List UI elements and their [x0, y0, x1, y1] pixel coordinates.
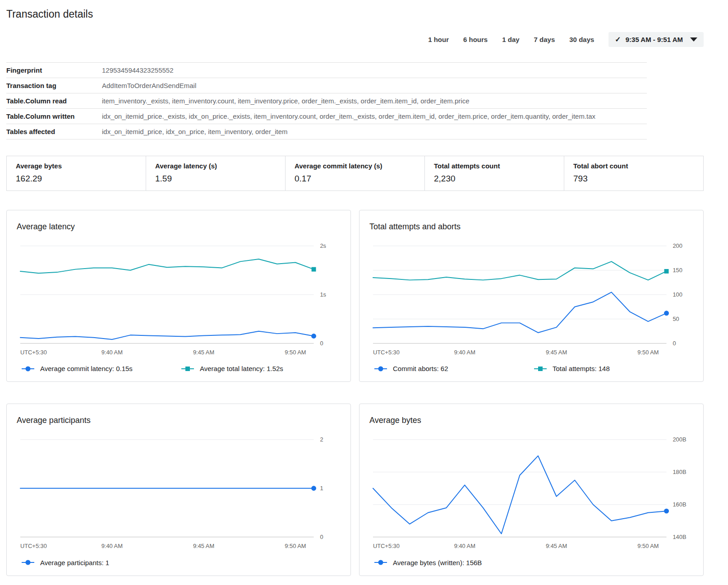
line-circle-marker-icon: [374, 559, 387, 566]
svg-text:0: 0: [320, 534, 323, 541]
legend-label: Average commit latency: 0.15s: [40, 365, 133, 372]
line-square-marker-icon: [534, 366, 547, 372]
stat-label: Average bytes: [16, 162, 137, 170]
svg-text:2: 2: [320, 436, 323, 443]
stat-average-bytes: Average bytes 162.29: [7, 156, 146, 190]
stat-label: Total attempts count: [434, 162, 555, 170]
legend-item-average-commit-latency[interactable]: Average commit latency: 0.15s: [21, 365, 181, 372]
stat-value: 162.29: [16, 174, 137, 184]
details-value: 1295345944323255552: [102, 66, 647, 74]
time-option-6-hours[interactable]: 6 hours: [463, 36, 488, 43]
svg-text:200B: 200B: [673, 436, 686, 443]
details-row-transaction-tag: Transaction tag AddItemToOrderAndSendEma…: [6, 78, 647, 93]
details-value: item_inventory._exists, item_inventory.c…: [102, 97, 647, 105]
stat-label: Average latency (s): [155, 162, 276, 170]
chart-title: Average bytes: [369, 416, 693, 425]
time-range-selector[interactable]: ✓ 9:35 AM - 9:51 AM: [608, 32, 704, 47]
stat-total-attempts-count: Total attempts count 2,230: [424, 156, 564, 190]
transaction-details-page: Transaction details 1 hour 6 hours 1 day…: [0, 0, 728, 585]
svg-text:9:40 AM: 9:40 AM: [101, 543, 123, 550]
line-square-marker-icon: [181, 366, 194, 372]
svg-text:9:50 AM: 9:50 AM: [637, 543, 659, 550]
stat-value: 793: [573, 174, 694, 184]
stat-value: 1.59: [155, 174, 276, 184]
chart-legend: Average bytes (written): 156B: [369, 556, 693, 569]
details-row-fingerprint: Fingerprint 1295345944323255552: [6, 63, 647, 78]
details-label: Fingerprint: [6, 66, 102, 74]
time-option-1-day[interactable]: 1 day: [502, 36, 519, 43]
svg-text:9:50 AM: 9:50 AM: [637, 349, 659, 356]
svg-text:UTC+5:30: UTC+5:30: [20, 349, 47, 356]
svg-text:9:50 AM: 9:50 AM: [285, 349, 306, 356]
total-attempts-aborts-chart: 050100150200UTC+5:309:40 AM9:45 AM9:50 A…: [369, 238, 693, 359]
legend-label: Total attempts: 148: [553, 365, 610, 372]
svg-text:140B: 140B: [673, 534, 686, 541]
details-value: AddItemToOrderAndSendEmail: [102, 82, 647, 89]
svg-text:200: 200: [673, 242, 682, 249]
svg-text:180B: 180B: [673, 469, 686, 476]
transaction-details-table: Fingerprint 1295345944323255552 Transact…: [6, 62, 647, 139]
average-latency-chart: 01s2sUTC+5:309:40 AM9:45 AM9:50 AM: [17, 238, 341, 359]
svg-text:9:50 AM: 9:50 AM: [285, 543, 306, 550]
selected-time-range-label: 9:35 AM - 9:51 AM: [626, 36, 683, 43]
svg-text:9:40 AM: 9:40 AM: [454, 543, 475, 550]
line-circle-marker-icon: [21, 366, 35, 372]
details-label: Transaction tag: [6, 82, 102, 89]
svg-text:9:40 AM: 9:40 AM: [454, 349, 475, 356]
chart-legend: Average participants: 1: [17, 556, 341, 569]
stat-average-latency: Average latency (s) 1.59: [146, 156, 285, 190]
details-row-columns-written: Table.Column written idx_on_itemid_price…: [6, 109, 647, 124]
chart-card-total-attempts-and-aborts: Total attempts and aborts 050100150200UT…: [359, 210, 704, 382]
time-option-30-days[interactable]: 30 days: [569, 36, 594, 43]
stat-total-abort-count: Total abort count 793: [564, 156, 703, 190]
time-option-7-days[interactable]: 7 days: [534, 36, 555, 43]
chart-legend: Average commit latency: 0.15s Average to…: [17, 362, 341, 375]
details-value: idx_on_itemid_price, idx_on_price, item_…: [102, 128, 647, 135]
legend-label: Average total latency: 1.52s: [200, 365, 283, 372]
details-label: Tables affected: [6, 128, 102, 135]
svg-text:2s: 2s: [320, 242, 326, 249]
chart-card-average-bytes: Average bytes 140B160B180B200BUTC+5:309:…: [359, 404, 704, 576]
chart-legend: Commit aborts: 62 Total attempts: 148: [369, 362, 693, 375]
line-circle-marker-icon: [21, 559, 35, 566]
legend-label: Commit aborts: 62: [393, 365, 448, 372]
svg-text:UTC+5:30: UTC+5:30: [373, 543, 400, 550]
legend-item-total-attempts[interactable]: Total attempts: 148: [534, 365, 693, 372]
svg-text:50: 50: [673, 316, 679, 322]
details-row-tables-affected: Tables affected idx_on_itemid_price, idx…: [6, 124, 647, 139]
svg-text:0: 0: [320, 340, 323, 347]
legend-item-commit-aborts[interactable]: Commit aborts: 62: [374, 365, 534, 372]
svg-text:9:45 AM: 9:45 AM: [546, 349, 567, 356]
details-label: Table.Column read: [6, 97, 102, 105]
svg-text:100: 100: [673, 291, 682, 298]
time-range-toolbar: 1 hour 6 hours 1 day 7 days 30 days ✓ 9:…: [6, 32, 704, 47]
stat-label: Average commit latency (s): [295, 162, 415, 170]
svg-text:150: 150: [673, 267, 682, 274]
legend-label: Average bytes (written): 156B: [393, 559, 482, 566]
details-row-columns-read: Table.Column read item_inventory._exists…: [6, 93, 647, 109]
legend-item-average-total-latency[interactable]: Average total latency: 1.52s: [181, 365, 341, 372]
svg-text:9:45 AM: 9:45 AM: [546, 543, 567, 550]
svg-text:0: 0: [673, 340, 676, 347]
chevron-down-icon: [690, 37, 697, 42]
svg-text:1: 1: [320, 485, 323, 492]
average-bytes-chart: 140B160B180B200BUTC+5:309:40 AM9:45 AM9:…: [369, 432, 693, 553]
time-option-1-hour[interactable]: 1 hour: [428, 36, 449, 43]
svg-text:9:45 AM: 9:45 AM: [193, 543, 214, 550]
chart-card-average-participants: Average participants 012UTC+5:309:40 AM9…: [6, 404, 351, 576]
line-circle-marker-icon: [374, 366, 387, 372]
svg-text:9:40 AM: 9:40 AM: [101, 349, 123, 356]
charts-grid: Average latency 01s2sUTC+5:309:40 AM9:45…: [6, 210, 704, 576]
stat-value: 2,230: [434, 174, 555, 184]
svg-text:160B: 160B: [673, 501, 686, 508]
average-participants-chart: 012UTC+5:309:40 AM9:45 AM9:50 AM: [17, 432, 341, 553]
stat-label: Total abort count: [573, 162, 694, 170]
legend-item-average-bytes-written[interactable]: Average bytes (written): 156B: [374, 559, 534, 566]
chart-title: Total attempts and aborts: [369, 222, 693, 232]
check-icon: ✓: [615, 35, 621, 44]
details-value: idx_on_itemid_price._exists, idx_on_pric…: [102, 112, 647, 120]
legend-item-average-participants[interactable]: Average participants: 1: [21, 559, 181, 566]
svg-text:UTC+5:30: UTC+5:30: [20, 543, 47, 550]
page-title: Transaction details: [6, 8, 704, 20]
chart-title: Average participants: [17, 416, 341, 425]
